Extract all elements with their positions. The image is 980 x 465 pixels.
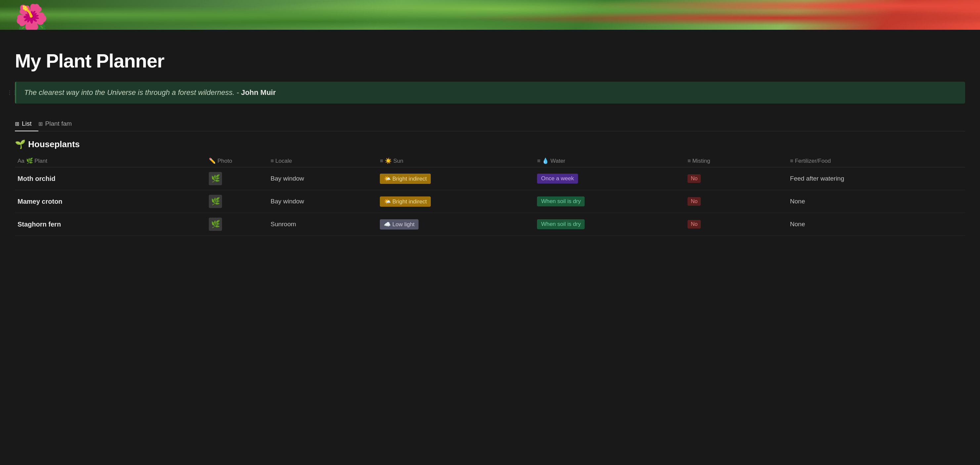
cell-fertilizer-0[interactable]: Feed after watering: [788, 167, 965, 190]
cell-water-1[interactable]: When soil is dry: [535, 190, 685, 213]
tab-list-icon: ⊞: [15, 121, 19, 127]
col-misting-icon: ≡: [687, 158, 691, 164]
cell-fertilizer-2[interactable]: None: [788, 213, 965, 236]
tab-plant-fam-icon: ⊞: [38, 121, 43, 127]
cell-locale-2[interactable]: Sunroom: [268, 213, 377, 236]
col-fertilizer-icon: ≡: [790, 158, 793, 164]
misting-badge-2: No: [687, 220, 701, 229]
col-sun-icon: ≡ ☀️: [380, 158, 392, 164]
photo-thumb-1: 🌿: [209, 195, 222, 208]
drag-handle[interactable]: ⋮⋮: [7, 90, 18, 96]
section-title: Houseplants: [28, 139, 80, 149]
hibiscus-emoji: 🌺: [15, 5, 48, 30]
col-header-photo: ✏️ Photo: [206, 155, 268, 167]
water-badge-0: Once a week: [537, 174, 578, 184]
cell-photo-0[interactable]: 🌿: [206, 167, 268, 190]
photo-thumb-0: 🌿: [209, 172, 222, 185]
cell-locale-0[interactable]: Bay window: [268, 167, 377, 190]
col-plant-icon: Aa 🌿: [18, 158, 33, 164]
cell-misting-1[interactable]: No: [685, 190, 788, 213]
misting-badge-0: No: [687, 174, 701, 183]
cell-sun-0[interactable]: 🌤️ Bright indirect: [377, 167, 535, 190]
sun-badge-1: 🌤️ Bright indirect: [380, 197, 431, 207]
cell-photo-2[interactable]: 🌿: [206, 213, 268, 236]
tab-plant-fam[interactable]: ⊞ Plant fam: [38, 117, 78, 131]
cell-water-0[interactable]: Once a week: [535, 167, 685, 190]
cell-photo-1[interactable]: 🌿: [206, 190, 268, 213]
hero-banner: 🌺: [0, 0, 980, 30]
col-header-sun: ≡ ☀️ Sun: [377, 155, 535, 167]
cell-plant-name-2[interactable]: Staghorn fern: [15, 213, 206, 236]
col-water-icon: ≡ 💧: [537, 158, 549, 164]
cell-misting-0[interactable]: No: [685, 167, 788, 190]
misting-badge-1: No: [687, 197, 701, 206]
col-photo-icon: ✏️: [209, 158, 216, 164]
section-emoji: 🌱: [15, 139, 25, 149]
page-title: My Plant Planner: [15, 49, 965, 72]
cell-sun-2[interactable]: ☁️ Low light: [377, 213, 535, 236]
table-header-row: Aa 🌿 Plant ✏️ Photo ≡ Locale ≡ ☀️ Sun ≡ …: [15, 155, 965, 167]
col-header-misting: ≡ Misting: [685, 155, 788, 167]
cell-fertilizer-1[interactable]: None: [788, 190, 965, 213]
table-row: Mamey croton 🌿 Bay window 🌤️ Bright indi…: [15, 190, 965, 213]
col-header-water: ≡ 💧 Water: [535, 155, 685, 167]
col-header-fertilizer: ≡ Fertilizer/Food: [788, 155, 965, 167]
cell-locale-1[interactable]: Bay window: [268, 190, 377, 213]
sun-badge-0: 🌤️ Bright indirect: [380, 174, 431, 184]
sun-badge-2: ☁️ Low light: [380, 219, 418, 230]
tab-plant-fam-label: Plant fam: [45, 120, 72, 127]
water-badge-2: When soil is dry: [537, 219, 585, 229]
col-header-locale: ≡ Locale: [268, 155, 377, 167]
cell-plant-name-1[interactable]: Mamey croton: [15, 190, 206, 213]
photo-thumb-2: 🌿: [209, 217, 222, 231]
quote-text: The clearest way into the Universe is th…: [24, 88, 957, 97]
cell-misting-2[interactable]: No: [685, 213, 788, 236]
col-header-plant: Aa 🌿 Plant: [15, 155, 206, 167]
water-badge-1: When soil is dry: [537, 197, 585, 206]
tab-list[interactable]: ⊞ List: [15, 117, 38, 131]
section-header: 🌱 Houseplants: [15, 139, 965, 149]
quote-block: ⋮⋮ The clearest way into the Universe is…: [15, 82, 965, 103]
cell-water-2[interactable]: When soil is dry: [535, 213, 685, 236]
table-row: Moth orchid 🌿 Bay window 🌤️ Bright indir…: [15, 167, 965, 190]
page-content: My Plant Planner ⋮⋮ The clearest way int…: [0, 30, 980, 246]
tab-list-label: List: [22, 120, 32, 127]
cell-sun-1[interactable]: 🌤️ Bright indirect: [377, 190, 535, 213]
plant-table: Aa 🌿 Plant ✏️ Photo ≡ Locale ≡ ☀️ Sun ≡ …: [15, 155, 965, 236]
table-row: Staghorn fern 🌿 Sunroom ☁️ Low light Whe…: [15, 213, 965, 236]
tabs-container: ⊞ List ⊞ Plant fam: [15, 117, 965, 131]
col-locale-icon: ≡: [270, 158, 274, 164]
cell-plant-name-0[interactable]: Moth orchid: [15, 167, 206, 190]
